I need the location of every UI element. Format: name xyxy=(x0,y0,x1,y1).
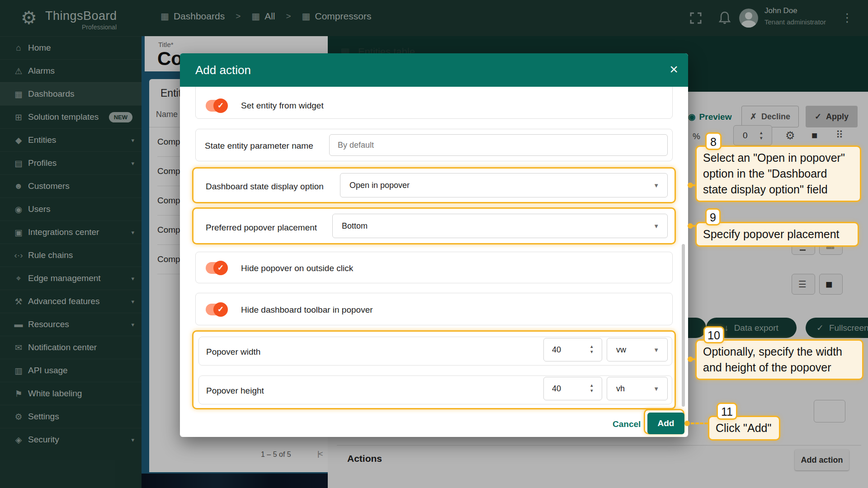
hide-toolbar-toggle[interactable] xyxy=(206,304,226,315)
annotation-text-9: Specify popover placement xyxy=(695,222,859,247)
dialog-title: Add action xyxy=(195,53,251,87)
chevron-down-icon: ▼ xyxy=(653,223,659,230)
popover-height-label: Popover height xyxy=(206,386,264,396)
popover-width-input[interactable] xyxy=(543,338,602,361)
screen: ⚙ ThingsBoard Professional ⌂Home⚠Alarms▦… xyxy=(0,0,868,488)
popover-placement-select[interactable]: Bottom ▼ xyxy=(332,214,668,238)
chevron-down-icon: ▼ xyxy=(653,385,659,392)
hide-toolbar-card: Hide dashboard toolbar in popover xyxy=(195,293,673,325)
chevron-down-icon: ▼ xyxy=(653,182,659,189)
popover-placement-label: Preferred popover placement xyxy=(206,223,317,233)
state-entity-param-label: State entity parameter name xyxy=(205,141,313,151)
popover-height-input[interactable] xyxy=(543,377,602,400)
annotation-badge-8: 8 xyxy=(705,132,722,150)
annotation-text-10: Optionally, specify the width and height… xyxy=(695,339,863,380)
annotation-text-8: Select an "Open in popover" option in th… xyxy=(695,145,861,202)
add-action-dialog: Set entity from widget State entity para… xyxy=(180,53,688,437)
dialog-header: Add action × xyxy=(180,53,688,87)
hide-toolbar-label: Hide dashboard toolbar in popover xyxy=(241,305,373,315)
popover-width-unit-select[interactable]: vw ▼ xyxy=(607,338,668,361)
connector-dash-11 xyxy=(691,422,708,424)
popover-width-label: Popover width xyxy=(206,347,260,357)
popover-height-unit-select[interactable]: vh ▼ xyxy=(607,377,668,400)
annotation-badge-10: 10 xyxy=(703,326,724,343)
hide-outside-card: Hide popover on outside click xyxy=(195,252,673,283)
height-stepper[interactable]: ▴▾ xyxy=(590,383,593,393)
close-icon[interactable]: × xyxy=(670,53,678,87)
width-stepper[interactable]: ▴▾ xyxy=(590,344,593,354)
annotation-badge-9: 9 xyxy=(705,208,721,225)
chevron-down-icon: ▼ xyxy=(653,347,659,353)
state-entity-param-input[interactable] xyxy=(329,134,668,156)
annotation-badge-11: 11 xyxy=(717,403,737,420)
hide-outside-toggle[interactable] xyxy=(206,262,226,274)
set-entity-toggle[interactable] xyxy=(206,100,226,112)
modal-scrollbar-thumb[interactable] xyxy=(682,244,685,407)
add-button[interactable]: Add xyxy=(647,413,684,434)
cancel-button[interactable]: Cancel xyxy=(613,419,641,429)
hide-outside-label: Hide popover on outside click xyxy=(241,263,353,273)
popover-size-highlight: Popover width Popover height xyxy=(192,330,676,409)
connector-dot-11 xyxy=(684,421,690,426)
display-option-select[interactable]: Open in popover ▼ xyxy=(340,173,668,197)
set-entity-label: Set entity from widget xyxy=(241,101,324,111)
display-option-label: Dashboard state display option xyxy=(206,182,324,192)
